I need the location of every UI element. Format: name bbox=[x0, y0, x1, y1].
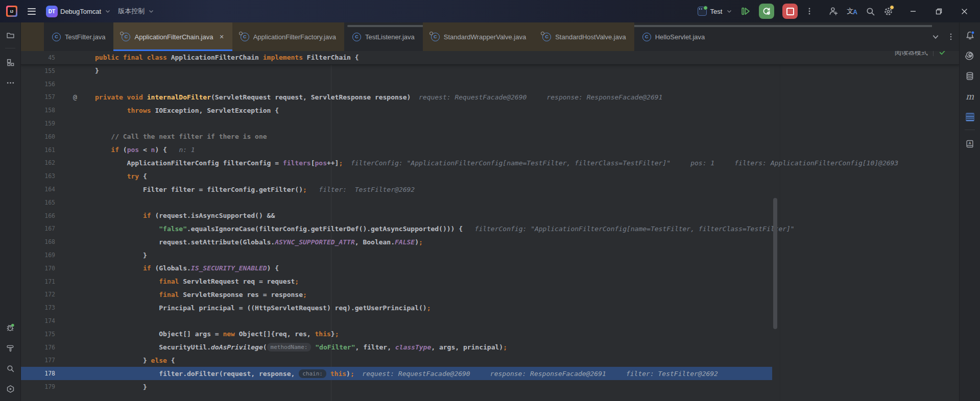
window-restore-button[interactable] bbox=[930, 3, 947, 20]
line-number[interactable]: 169 bbox=[20, 252, 55, 259]
window-minimize-button[interactable] bbox=[904, 3, 922, 20]
editor-tab-testlistener-java[interactable]: CTestListener.java bbox=[344, 22, 423, 51]
code-token: ; bbox=[303, 186, 307, 193]
line-number[interactable]: 45 bbox=[20, 54, 55, 61]
code-line[interactable]: 172 final ServletResponse res = response… bbox=[20, 288, 772, 302]
window-close-button[interactable] bbox=[955, 3, 973, 20]
tool-window-button-database-icon[interactable] bbox=[962, 68, 977, 84]
line-number[interactable]: 155 bbox=[20, 67, 55, 74]
tool-window-button-structure-icon[interactable] bbox=[3, 55, 18, 70]
code-line[interactable]: 155} bbox=[20, 64, 772, 78]
search-everywhere-button[interactable] bbox=[866, 7, 875, 16]
code-line[interactable]: 169 } bbox=[20, 248, 772, 262]
line-number[interactable]: 165 bbox=[20, 199, 55, 206]
tool-window-button-build-icon[interactable] bbox=[3, 340, 18, 356]
code-line[interactable]: 161 if (pos < n) { n: 1 bbox=[20, 143, 772, 157]
debugger-inline-value: request: RequestFacade@2690 response: Re… bbox=[411, 93, 662, 101]
editor-tab-applicationfilterfactory-java[interactable]: CApplicationFilterFactory.java bbox=[232, 22, 344, 51]
line-number[interactable]: 161 bbox=[20, 146, 55, 154]
editor-tab-testfilter-java[interactable]: CTestFilter.java bbox=[44, 22, 113, 51]
tab-options-button[interactable] bbox=[947, 33, 954, 41]
code-line[interactable]: 167 "false".equalsIgnoreCase(filterConfi… bbox=[20, 222, 772, 236]
editor-tab-standardwrappervalve-java[interactable]: CStandardWrapperValve.java bbox=[423, 22, 534, 51]
code-line[interactable]: 166 if (request.isAsyncSupported() && bbox=[20, 209, 772, 222]
line-number[interactable]: 164 bbox=[20, 186, 55, 193]
code-line[interactable]: 157@private void internalDoFilter(Servle… bbox=[20, 91, 772, 104]
code-line[interactable]: 158 throws IOException, ServletException… bbox=[20, 104, 772, 117]
editor-tab-helloservlet-java[interactable]: CHelloServlet.java bbox=[634, 22, 713, 51]
code-line[interactable]: 160 // Call the next filter if there is … bbox=[20, 130, 772, 143]
code-line[interactable]: 168 request.setAttribute(Globals.ASYNC_S… bbox=[20, 235, 772, 248]
editor-tab-standardhostvalve-java[interactable]: CStandardHostValve.java bbox=[534, 22, 634, 51]
code-line[interactable]: 179 } bbox=[20, 380, 772, 393]
tool-window-button-debug-icon[interactable] bbox=[3, 320, 18, 335]
resume-button[interactable] bbox=[740, 6, 751, 16]
code-line[interactable]: 45public final class ApplicationFilterCh… bbox=[20, 51, 772, 64]
tool-window-button-plugin-matrix-icon[interactable] bbox=[962, 109, 977, 124]
line-number[interactable]: 166 bbox=[20, 212, 55, 219]
line-number[interactable]: 177 bbox=[20, 357, 55, 364]
editor[interactable]: 155}156157@private void internalDoFilter… bbox=[20, 51, 960, 401]
execution-line[interactable]: 178 filter.doFilter(request, response, c… bbox=[20, 367, 772, 380]
collaborate-button[interactable] bbox=[828, 6, 839, 16]
translate-button[interactable]: 文A bbox=[847, 7, 857, 16]
tool-window-button-services-icon[interactable] bbox=[3, 381, 18, 396]
more-actions-button[interactable] bbox=[806, 7, 813, 15]
code-line[interactable]: 175 Object[] args = new Object[]{req, re… bbox=[20, 328, 772, 341]
editor-scrollbar[interactable] bbox=[773, 198, 777, 329]
code-line[interactable]: 171 final ServletRequest req = request; bbox=[20, 275, 772, 288]
line-number[interactable]: 159 bbox=[20, 120, 55, 127]
stop-button[interactable] bbox=[782, 4, 798, 19]
annotation-gutter-icon[interactable]: @ bbox=[55, 93, 95, 101]
line-number[interactable]: 176 bbox=[20, 344, 55, 351]
rerun-button[interactable] bbox=[759, 4, 774, 19]
line-number[interactable]: 170 bbox=[20, 265, 55, 272]
code-line[interactable]: 173 Principal principal = ((HttpServletR… bbox=[20, 301, 772, 314]
code-line[interactable]: 156 bbox=[20, 78, 772, 91]
inspection-widget[interactable]: 阅读器模式 bbox=[890, 51, 951, 59]
settings-button[interactable] bbox=[883, 7, 893, 16]
line-number[interactable]: 157 bbox=[20, 93, 55, 101]
line-number[interactable]: 162 bbox=[20, 159, 55, 166]
code-line[interactable]: 164 Filter filter = filterConfig.getFilt… bbox=[20, 183, 772, 196]
code-line[interactable]: 174 bbox=[20, 314, 772, 328]
line-number[interactable]: 179 bbox=[20, 383, 55, 390]
line-number[interactable]: 171 bbox=[20, 278, 55, 285]
tool-window-button-notifications-icon[interactable] bbox=[962, 28, 977, 43]
hidden-tabs-button[interactable] bbox=[932, 33, 939, 40]
vcs-widget[interactable]: 版本控制 bbox=[118, 7, 154, 16]
editor-tab-applicationfilterchain-java[interactable]: CApplicationFilterChain.java✕ bbox=[113, 22, 232, 51]
settings-badge bbox=[890, 5, 894, 10]
line-number[interactable]: 173 bbox=[20, 304, 55, 311]
code-line[interactable]: 163 try { bbox=[20, 169, 772, 183]
code-line[interactable]: 162 ApplicationFilterConfig filterConfig… bbox=[20, 157, 772, 170]
code-token: Filter filter = filterConfig.getFilter() bbox=[95, 186, 303, 193]
tool-window-button-dictionary-icon[interactable]: A bbox=[962, 136, 977, 152]
line-number[interactable]: 167 bbox=[20, 225, 55, 232]
line-number[interactable]: 178 bbox=[20, 370, 55, 377]
line-number[interactable]: 156 bbox=[20, 81, 55, 88]
line-number[interactable]: 174 bbox=[20, 317, 55, 324]
line-number[interactable]: 168 bbox=[20, 238, 55, 245]
tab-close-icon[interactable]: ✕ bbox=[219, 34, 224, 40]
editor-tab-partial[interactable] bbox=[20, 22, 44, 51]
line-number[interactable]: 158 bbox=[20, 107, 55, 114]
line-number[interactable]: 172 bbox=[20, 291, 55, 298]
tool-window-button-search-icon[interactable] bbox=[3, 361, 18, 376]
project-selector[interactable]: DT DebugTomcat bbox=[46, 6, 111, 17]
main-menu-button[interactable] bbox=[25, 6, 39, 17]
run-config-selector[interactable]: Test bbox=[698, 7, 732, 16]
tool-window-button-more-icon[interactable] bbox=[3, 75, 18, 90]
tool-window-button-ai-assistant-icon[interactable] bbox=[962, 48, 977, 63]
code-line[interactable]: 159 bbox=[20, 117, 772, 130]
code-line[interactable]: 177 } else { bbox=[20, 354, 772, 367]
code-line[interactable]: 170 if (Globals.IS_SECURITY_ENABLED) { bbox=[20, 262, 772, 275]
inspections-ok-icon[interactable] bbox=[939, 51, 946, 56]
tool-window-button-folder-icon[interactable] bbox=[3, 28, 18, 43]
line-number[interactable]: 160 bbox=[20, 133, 55, 140]
code-line[interactable]: 165 bbox=[20, 196, 772, 209]
code-line[interactable]: 176 SecurityUtil.doAsPrivilege(methodNam… bbox=[20, 341, 772, 354]
line-number[interactable]: 163 bbox=[20, 172, 55, 180]
tool-window-button-maven-icon[interactable]: m bbox=[962, 89, 977, 104]
line-number[interactable]: 175 bbox=[20, 331, 55, 338]
